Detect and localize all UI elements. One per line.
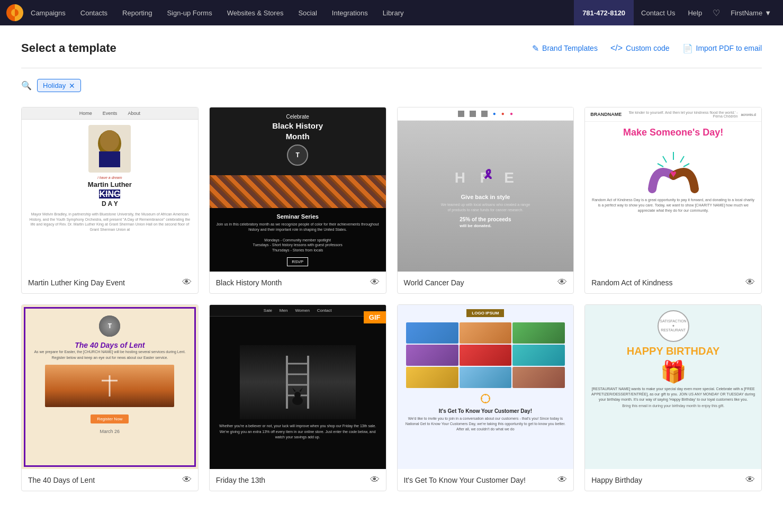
preview-icon-rak[interactable]: 👁 bbox=[745, 277, 755, 288]
import-pdf-label: Import PDF to email bbox=[696, 44, 762, 52]
svg-point-19 bbox=[294, 392, 301, 398]
template-title-bday: Happy Birthday bbox=[591, 476, 642, 484]
template-label-row-gtkcd: It's Get To Know Your Customer Day! 👁 bbox=[398, 469, 574, 491]
template-thumb-gtkcd: LOGO IPSUM It's bbox=[398, 305, 574, 469]
template-thumb-mlk: HomeEventsAbout i have a bbox=[22, 107, 198, 272]
custom-code-link[interactable]: </> Custom code bbox=[610, 43, 670, 53]
template-thumb-rak: BRANDNAME 'Be kinder to yourself. And th… bbox=[585, 107, 761, 272]
nav-help[interactable]: Help bbox=[682, 0, 707, 25]
template-title-gtkcd: It's Get To Know Your Customer Day! bbox=[404, 476, 526, 484]
template-card-lent[interactable]: T The 40 Days of Lent As we prepare for … bbox=[21, 304, 199, 491]
nav-reporting[interactable]: Reporting bbox=[115, 0, 159, 25]
filter-holiday-label: Holiday bbox=[43, 82, 66, 89]
preview-icon-wcd[interactable]: 👁 bbox=[557, 277, 567, 288]
template-title-f13: Friday the 13th bbox=[216, 476, 265, 484]
preview-icon-bday[interactable]: 👁 bbox=[745, 474, 755, 485]
nav-contacts[interactable]: Contacts bbox=[73, 0, 115, 25]
nav-signupforms[interactable]: Sign-up Forms bbox=[159, 0, 219, 25]
nav-right: 781-472-8120 Contact Us Help ♡ FirstName… bbox=[574, 0, 777, 25]
nav-integrations[interactable]: Integrations bbox=[325, 0, 375, 25]
nav-campaigns[interactable]: Campaigns bbox=[23, 0, 73, 25]
nav-social[interactable]: Social bbox=[291, 0, 324, 25]
svg-line-9 bbox=[658, 164, 663, 167]
brand-templates-link[interactable]: ✎ Brand Templates bbox=[532, 43, 598, 53]
template-thumb-bhm: Celebrate Black HistoryMonth T Seminar S… bbox=[210, 107, 386, 272]
template-title-rak: Random Act of Kindness bbox=[591, 278, 672, 287]
page-header: Select a template ✎ Brand Templates </> … bbox=[21, 41, 762, 55]
template-thumb-wcd: ● ● ● H P E 🎗 Give back in style We team… bbox=[398, 107, 574, 272]
template-card-wcd[interactable]: ● ● ● H P E 🎗 Give back in style We team… bbox=[397, 107, 574, 294]
nav-library[interactable]: Library bbox=[375, 0, 411, 25]
nav-links: Campaigns Contacts Reporting Sign-up For… bbox=[23, 0, 574, 25]
template-title-bhm: Black History Month bbox=[216, 278, 282, 287]
template-label-row-f13: Friday the 13th 👁 bbox=[210, 469, 386, 491]
header-actions: ✎ Brand Templates </> Custom code 📄 Impo… bbox=[532, 43, 762, 53]
nav-websites[interactable]: Websites & Stores bbox=[220, 0, 291, 25]
search-row: 🔍 Holiday ✕ bbox=[21, 79, 762, 92]
import-pdf-link[interactable]: 📄 Import PDF to email bbox=[682, 43, 762, 53]
preview-icon-mlk[interactable]: 👁 bbox=[182, 277, 192, 288]
chevron-down-icon: ▼ bbox=[764, 9, 771, 17]
header-divider bbox=[21, 68, 762, 68]
template-thumb-f13: GIF SaleMenWomenContact bbox=[210, 305, 386, 469]
brand-templates-label: Brand Templates bbox=[542, 44, 598, 52]
template-grid: HomeEventsAbout i have a bbox=[21, 107, 762, 491]
preview-icon-lent[interactable]: 👁 bbox=[182, 474, 192, 485]
template-title-lent: The 40 Days of Lent bbox=[28, 476, 95, 484]
filter-close-icon[interactable]: ✕ bbox=[69, 82, 75, 89]
nav-contact-us[interactable]: Contact Us bbox=[634, 0, 682, 25]
svg-line-8 bbox=[683, 164, 689, 167]
svg-point-20 bbox=[481, 394, 490, 403]
nav-bell-icon[interactable]: ♡ bbox=[707, 0, 725, 25]
template-card-rak[interactable]: BRANDNAME 'Be kinder to yourself. And th… bbox=[584, 107, 762, 294]
svg-point-2 bbox=[100, 130, 119, 151]
template-title-mlk: Martin Luther King Day Event bbox=[28, 278, 125, 287]
template-label-row-bhm: Black History Month 👁 bbox=[210, 272, 386, 293]
paintbrush-icon: ✎ bbox=[532, 43, 539, 53]
nav-user-menu[interactable]: FirstName ▼ bbox=[725, 0, 777, 25]
pdf-icon: 📄 bbox=[682, 43, 693, 53]
svg-rect-3 bbox=[99, 151, 120, 167]
template-label-row-mlk: Martin Luther King Day Event 👁 bbox=[22, 272, 198, 293]
template-label-row-wcd: World Cancer Day 👁 bbox=[398, 272, 574, 293]
gif-badge-f13: GIF bbox=[364, 311, 386, 323]
page-title: Select a template bbox=[21, 41, 116, 55]
app-logo[interactable] bbox=[6, 4, 23, 21]
svg-text:♥: ♥ bbox=[670, 168, 677, 179]
template-card-mlk[interactable]: HomeEventsAbout i have a bbox=[21, 107, 199, 294]
template-card-f13[interactable]: GIF SaleMenWomenContact bbox=[209, 304, 386, 491]
svg-line-7 bbox=[663, 156, 667, 163]
template-card-bhm[interactable]: Celebrate Black HistoryMonth T Seminar S… bbox=[209, 107, 386, 294]
svg-line-6 bbox=[680, 156, 684, 163]
template-label-row-bday: Happy Birthday 👁 bbox=[585, 469, 761, 491]
preview-icon-bhm[interactable]: 👁 bbox=[370, 277, 380, 288]
template-thumb-bday: SATISFACTION✦RESTAURANT HAPPY BIRTHDAY 🎁… bbox=[585, 305, 761, 469]
code-icon: </> bbox=[610, 43, 623, 53]
mlk-nav: HomeEventsAbout bbox=[22, 107, 198, 120]
filter-holiday-tag[interactable]: Holiday ✕ bbox=[37, 79, 81, 92]
preview-icon-f13[interactable]: 👁 bbox=[370, 474, 380, 485]
navigation: Campaigns Contacts Reporting Sign-up For… bbox=[0, 0, 783, 25]
template-card-gtkcd[interactable]: LOGO IPSUM It's bbox=[397, 304, 574, 491]
nav-username: FirstName bbox=[731, 9, 762, 17]
template-thumb-lent: T The 40 Days of Lent As we prepare for … bbox=[22, 305, 198, 469]
nav-phone: 781-472-8120 bbox=[574, 0, 634, 25]
main-content: Select a template ✎ Brand Templates </> … bbox=[0, 25, 783, 532]
lent-emblem: T bbox=[99, 315, 120, 337]
template-title-wcd: World Cancer Day bbox=[404, 278, 464, 287]
template-label-row-lent: The 40 Days of Lent 👁 bbox=[22, 469, 198, 491]
search-icon: 🔍 bbox=[21, 80, 32, 91]
preview-icon-gtkcd[interactable]: 👁 bbox=[557, 474, 567, 485]
custom-code-label: Custom code bbox=[626, 44, 669, 52]
template-card-bday[interactable]: SATISFACTION✦RESTAURANT HAPPY BIRTHDAY 🎁… bbox=[584, 304, 762, 491]
template-label-row-rak: Random Act of Kindness 👁 bbox=[585, 272, 761, 293]
